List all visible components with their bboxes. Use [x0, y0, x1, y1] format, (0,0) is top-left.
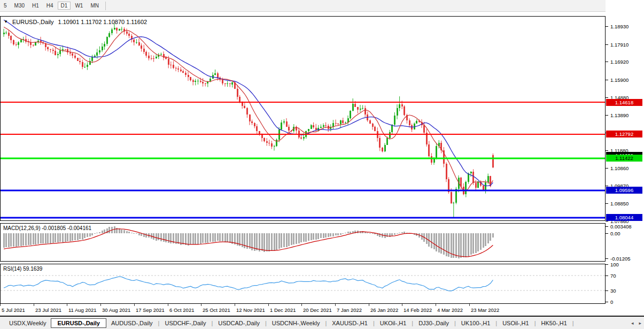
price-level-badge: 1.09596 — [606, 187, 642, 194]
chart-tab-usdcnh[interactable]: USDCNH-,Weekly — [267, 318, 325, 328]
timeframe-button-w1[interactable]: W1 — [72, 2, 86, 10]
axis-tick — [606, 226, 608, 227]
rsi-plot[interactable] — [1, 264, 605, 303]
date-label: 23 Jul 2021 — [35, 307, 61, 313]
tab-separator: | — [265, 320, 267, 326]
macd-tick-label: 0.00 — [610, 231, 620, 236]
chart-tab-bar: USDX,WeeklyEURUSD-,DailyAUDUSD-,Daily|US… — [0, 316, 644, 329]
macd-label: MACD(12,26,9) -0.001805 -0.004161 — [3, 225, 91, 231]
date-label: 23 Mar 2022 — [471, 307, 499, 313]
chart-tab-uk100[interactable]: UK100-,H1 — [456, 318, 495, 328]
date-tick — [201, 304, 201, 306]
price-level-badge: 1.12792 — [606, 131, 642, 137]
symbol-dropdown-icon[interactable]: ▼ — [4, 19, 8, 25]
tab-separator: | — [534, 320, 536, 326]
date-tick — [0, 304, 1, 306]
date-tick — [335, 304, 336, 306]
axis-tick — [606, 168, 608, 169]
symbol-label: EURUSD-,Daily — [12, 19, 54, 25]
date-tick — [67, 304, 67, 306]
axis-tick — [606, 80, 608, 80]
tab-scroll-left-icon[interactable]: ◂ — [631, 320, 634, 326]
timeframe-button-d1[interactable]: D1 — [58, 2, 71, 10]
tab-separator: | — [373, 320, 375, 326]
tab-separator: | — [211, 320, 213, 326]
chart-tab-usdchf[interactable]: USDCHF-,Daily — [160, 318, 211, 328]
chart-tab-usoil[interactable]: USOil-,H1 — [498, 318, 534, 328]
rsi-tick-label: 30 — [610, 288, 616, 294]
candlestick-plot[interactable] — [1, 17, 605, 220]
date-label: 11 Aug 2021 — [68, 307, 97, 313]
tab-separator: | — [412, 320, 413, 326]
axis-tick — [606, 302, 608, 302]
chart-tab-dj30[interactable]: DJ30-,Daily — [414, 318, 454, 328]
date-label: 20 Dec 2021 — [303, 307, 332, 313]
chart-tab-audusd[interactable]: AUDUSD-,Daily — [106, 318, 158, 328]
timeframe-button-h1[interactable]: H1 — [29, 2, 42, 10]
tab-separator: | — [454, 320, 456, 326]
ohlc-values: 1.10901 1.11702 1.10870 1.11602 — [58, 19, 148, 25]
date-label: 17 Sep 2021 — [136, 307, 165, 313]
tab-separator: | — [495, 320, 497, 326]
timeframe-button-5[interactable]: 5 — [1, 2, 10, 10]
chart-title: ▼ EURUSD-,Daily 1.10901 1.11702 1.10870 … — [4, 19, 147, 25]
date-tick — [301, 304, 302, 306]
axis-tick — [606, 150, 608, 151]
axis-tick — [606, 186, 608, 186]
date-label: 14 Feb 2022 — [404, 307, 432, 313]
date-tick — [100, 304, 101, 306]
tab-separator: | — [325, 320, 327, 326]
date-axis: 5 Jul 202123 Jul 202111 Aug 202130 Aug 2… — [0, 304, 606, 316]
rsi-panel: RSI(14) 59.1639 — [0, 264, 606, 304]
chart-tab-usdcad[interactable]: USDCAD-,Daily — [213, 318, 265, 328]
rsi-tick-label: 70 — [610, 273, 616, 279]
date-tick — [134, 304, 135, 306]
axis-tick — [606, 258, 608, 259]
date-tick — [34, 304, 34, 306]
axis-tick — [606, 290, 608, 291]
chart-tab-xauusd[interactable]: XAUUSD-,H1 — [327, 318, 373, 328]
date-label: 4 Mar 2022 — [437, 307, 463, 313]
date-label: 1 Dec 2021 — [270, 307, 296, 313]
chart-tab-usdx[interactable]: USDX,Weekly — [4, 318, 51, 328]
date-label: 5 Jul 2021 — [2, 307, 25, 313]
date-label: 30 Aug 2021 — [102, 307, 130, 313]
timeframe-button-mn[interactable]: MN — [87, 2, 102, 10]
date-label: 25 Oct 2021 — [203, 307, 230, 313]
macd-panel: MACD(12,26,9) -0.001805 -0.004161 — [0, 223, 606, 262]
main-chart-panel: ▼ EURUSD-,Daily 1.10901 1.11702 1.10870 … — [0, 16, 606, 221]
tab-separator: | — [572, 320, 574, 326]
timeframe-button-h4[interactable]: H4 — [43, 2, 57, 10]
chart-tab-eurusd[interactable]: EURUSD-,Daily — [51, 318, 106, 328]
date-label: 12 Nov 2021 — [236, 307, 265, 313]
price-tick-label: 1.13890 — [610, 112, 629, 118]
date-tick — [168, 304, 168, 306]
price-tick-label: 1.08850 — [610, 201, 629, 206]
date-tick — [469, 304, 470, 306]
price-tick-label: 1.10860 — [610, 165, 629, 171]
price-tick-label: 1.15900 — [610, 77, 629, 83]
date-label: 7 Jan 2022 — [337, 307, 362, 313]
toolbar-separator — [105, 2, 106, 10]
tab-scroll-right-icon[interactable]: ▸ — [639, 320, 641, 326]
trading-terminal-window: 5M30H1H4D1W1MN ▼ EURUSD-,Daily 1.10901 1… — [0, 0, 644, 329]
date-tick — [235, 304, 235, 306]
date-label: 6 Oct 2021 — [169, 307, 194, 313]
date-tick — [369, 304, 369, 306]
price-level-badge: 1.08044 — [606, 214, 642, 221]
price-level-badge: 1.14618 — [606, 99, 642, 106]
axis-tick — [606, 62, 608, 62]
axis-tick — [606, 276, 608, 276]
price-axis: 1.189301.179101.169201.159001.148801.138… — [606, 0, 644, 329]
date-tick — [402, 304, 402, 306]
tab-separator: | — [158, 320, 160, 326]
date-label: 26 Jan 2022 — [370, 307, 398, 313]
rsi-tick-label: 0 — [610, 299, 613, 305]
axis-tick — [606, 97, 608, 98]
chart-tab-ukoil[interactable]: UKOil-,H1 — [375, 318, 412, 328]
axis-tick — [606, 264, 608, 265]
timeframe-button-m30[interactable]: M30 — [11, 2, 28, 10]
chart-tab-hk50[interactable]: HK50-,H1 — [537, 318, 572, 328]
rsi-tick-label: 100 — [610, 262, 619, 267]
macd-tick-label: 0.003408 — [610, 224, 632, 229]
